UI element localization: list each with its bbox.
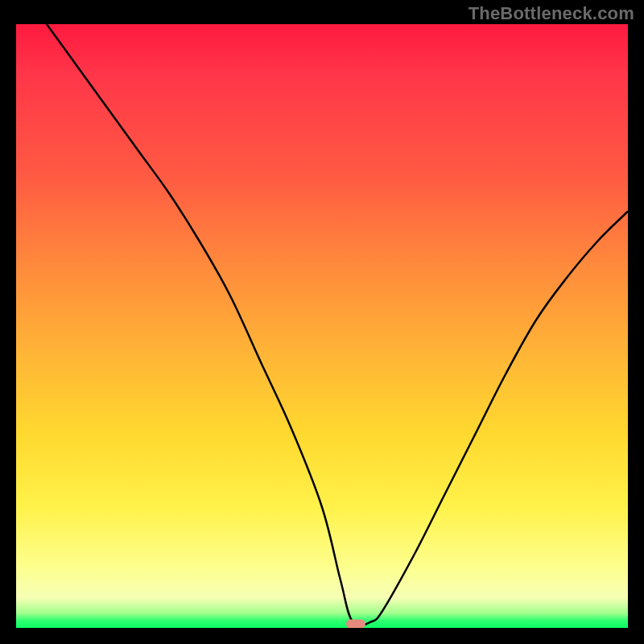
plot-area: [16, 24, 628, 628]
chart-frame: TheBottleneck.com: [0, 0, 644, 644]
bottleneck-curve-path: [47, 24, 628, 625]
watermark-text: TheBottleneck.com: [469, 3, 634, 24]
optimum-marker: [346, 619, 365, 628]
bottleneck-curve-svg: [16, 24, 628, 628]
